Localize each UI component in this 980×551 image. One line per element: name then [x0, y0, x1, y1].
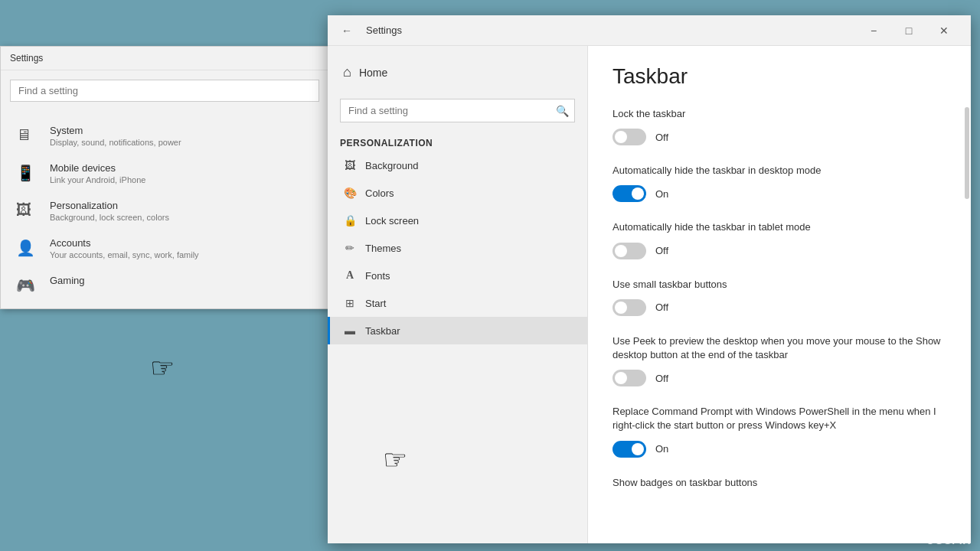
personalization-subtitle: Background, lock screen, colors [50, 213, 169, 222]
home-nav-item[interactable]: ⌂ Home [340, 58, 575, 86]
auto-hide-tablet-label: Automatically hide the taskbar in tablet… [612, 220, 946, 234]
bg-nav-item-gaming[interactable]: 🎮 Gaming [1, 267, 328, 302]
auto-hide-desktop-toggle-row: On [612, 185, 946, 202]
window-body: ⌂ Home 🔍 Personalization 🖼 Background 🎨 … [328, 46, 971, 543]
maximize-button[interactable]: □ [891, 15, 926, 46]
start-nav-label: Start [365, 298, 386, 309]
background-window: Settings 🖥 System Display, sound, notifi… [0, 46, 329, 309]
mobile-subtitle: Link your Android, iPhone [50, 175, 145, 184]
system-label: System [50, 125, 181, 136]
fonts-nav-label: Fonts [365, 270, 390, 282]
bg-nav-list: 🖥 System Display, sound, notifications, … [1, 111, 328, 308]
system-subtitle: Display, sound, notifications, power [50, 138, 181, 147]
colors-nav-icon: 🎨 [342, 187, 358, 199]
nav-item-start[interactable]: ⊞ Start [328, 289, 587, 317]
personalization-icon: 🖼 [16, 201, 41, 219]
mobile-label: Mobile devices [50, 162, 145, 174]
nav-item-fonts[interactable]: A Fonts [328, 262, 587, 289]
personalization-label: Personalization [50, 200, 169, 211]
mobile-icon: 📱 [16, 164, 41, 182]
setting-peek-preview: Use Peek to preview the desktop when you… [612, 334, 946, 386]
small-buttons-toggle-row: Off [612, 299, 946, 316]
nav-item-themes[interactable]: ✏ Themes [328, 234, 587, 262]
background-nav-label: Background [365, 160, 418, 171]
section-label: Personalization [328, 132, 587, 152]
minimize-button[interactable]: − [856, 15, 891, 46]
auto-hide-desktop-state: On [655, 188, 668, 200]
setting-auto-hide-tablet: Automatically hide the taskbar in tablet… [612, 220, 946, 259]
bg-search-input[interactable] [10, 80, 319, 102]
nav-list: 🖼 Background 🎨 Colors 🔒 Lock screen ✏ Th… [328, 152, 587, 344]
bg-nav-item-accounts[interactable]: 👤 Accounts Your accounts, email, sync, w… [1, 230, 328, 267]
small-buttons-toggle[interactable] [612, 299, 646, 316]
bg-nav-item-personalization[interactable]: 🖼 Personalization Background, lock scree… [1, 192, 328, 230]
auto-hide-tablet-toggle[interactable] [612, 243, 646, 259]
window-title: Settings [366, 24, 856, 36]
lock-screen-nav-icon: 🔒 [342, 214, 358, 227]
themes-nav-label: Themes [365, 243, 401, 254]
search-icon: 🔍 [556, 105, 569, 117]
window-controls: − □ ✕ [856, 15, 962, 46]
cursor-hand-personalization: ☞ [150, 352, 175, 384]
peek-preview-toggle-row: Off [612, 370, 946, 386]
lock-taskbar-state: Off [655, 132, 668, 143]
themes-nav-icon: ✏ [342, 242, 358, 254]
setting-auto-hide-desktop: Automatically hide the taskbar in deskto… [612, 164, 946, 202]
search-input[interactable] [340, 99, 575, 122]
background-nav-icon: 🖼 [342, 159, 358, 171]
setting-lock-taskbar: Lock the taskbar Off [612, 107, 946, 145]
peek-preview-state: Off [655, 373, 668, 384]
powershell-toggle-row: On [612, 441, 946, 458]
lock-taskbar-toggle[interactable] [612, 129, 646, 145]
accounts-icon: 👤 [16, 239, 41, 257]
setting-small-buttons: Use small taskbar buttons Off [612, 278, 946, 316]
powershell-state: On [655, 443, 668, 455]
bg-window-title: Settings [10, 53, 43, 64]
close-button[interactable]: ✕ [926, 15, 962, 46]
bg-nav-item-mobile[interactable]: 📱 Mobile devices Link your Android, iPho… [1, 155, 328, 192]
auto-hide-desktop-toggle[interactable] [612, 185, 646, 202]
nav-item-lock-screen[interactable]: 🔒 Lock screen [328, 207, 587, 234]
start-nav-icon: ⊞ [342, 297, 358, 309]
system-icon: 🖥 [16, 126, 41, 144]
home-icon: ⌂ [343, 64, 351, 80]
titlebar: ← Settings − □ ✕ [328, 15, 971, 46]
taskbar-nav-label: Taskbar [365, 325, 400, 337]
auto-hide-tablet-toggle-row: Off [612, 243, 946, 259]
nav-item-taskbar[interactable]: ▬ Taskbar [328, 317, 587, 344]
small-buttons-label: Use small taskbar buttons [612, 278, 946, 292]
scroll-indicator[interactable] [965, 107, 969, 199]
left-header: ⌂ Home [328, 46, 587, 93]
lock-taskbar-toggle-row: Off [612, 129, 946, 145]
nav-item-colors[interactable]: 🎨 Colors [328, 179, 587, 207]
search-box: 🔍 [340, 99, 575, 122]
bg-search-area [1, 70, 328, 111]
accounts-subtitle: Your accounts, email, sync, work, family [50, 250, 199, 259]
fonts-nav-icon: A [342, 269, 358, 282]
back-button[interactable]: ← [337, 21, 357, 40]
peek-preview-label: Use Peek to preview the desktop when you… [612, 334, 946, 362]
gaming-label: Gaming [50, 275, 85, 286]
main-window: ← Settings − □ ✕ ⌂ Home 🔍 Personalizatio… [328, 15, 971, 543]
watermark: UGSFIX [926, 534, 971, 546]
taskbar-nav-icon: ▬ [342, 324, 358, 337]
page-title: Taskbar [612, 64, 946, 89]
auto-hide-desktop-label: Automatically hide the taskbar in deskto… [612, 164, 946, 178]
bg-nav-item-system[interactable]: 🖥 System Display, sound, notifications, … [1, 117, 328, 155]
accounts-label: Accounts [50, 237, 199, 249]
powershell-toggle[interactable] [612, 441, 646, 458]
small-buttons-state: Off [655, 302, 668, 313]
show-badges-label: Show badges on taskbar buttons [612, 476, 946, 490]
powershell-label: Replace Command Prompt with Windows Powe… [612, 405, 946, 432]
nav-item-background[interactable]: 🖼 Background [328, 152, 587, 179]
home-label: Home [359, 67, 387, 79]
gaming-icon: 🎮 [16, 276, 41, 295]
lock-screen-nav-label: Lock screen [365, 215, 419, 227]
peek-preview-toggle[interactable] [612, 370, 646, 386]
setting-powershell: Replace Command Prompt with Windows Powe… [612, 405, 946, 457]
left-panel: ⌂ Home 🔍 Personalization 🖼 Background 🎨 … [328, 46, 588, 543]
lock-taskbar-label: Lock the taskbar [612, 107, 946, 121]
setting-show-badges: Show badges on taskbar buttons [612, 476, 946, 490]
colors-nav-label: Colors [365, 187, 394, 199]
bg-titlebar: Settings [1, 47, 328, 70]
